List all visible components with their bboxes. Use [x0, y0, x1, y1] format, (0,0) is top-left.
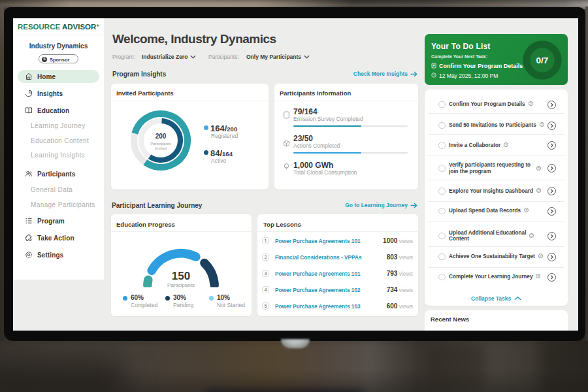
svg-text:Invited: Invited — [155, 146, 167, 150]
svg-text:Participants: Participants — [150, 142, 171, 146]
svg-text:0/7: 0/7 — [536, 56, 549, 65]
svg-text:200: 200 — [155, 133, 167, 140]
